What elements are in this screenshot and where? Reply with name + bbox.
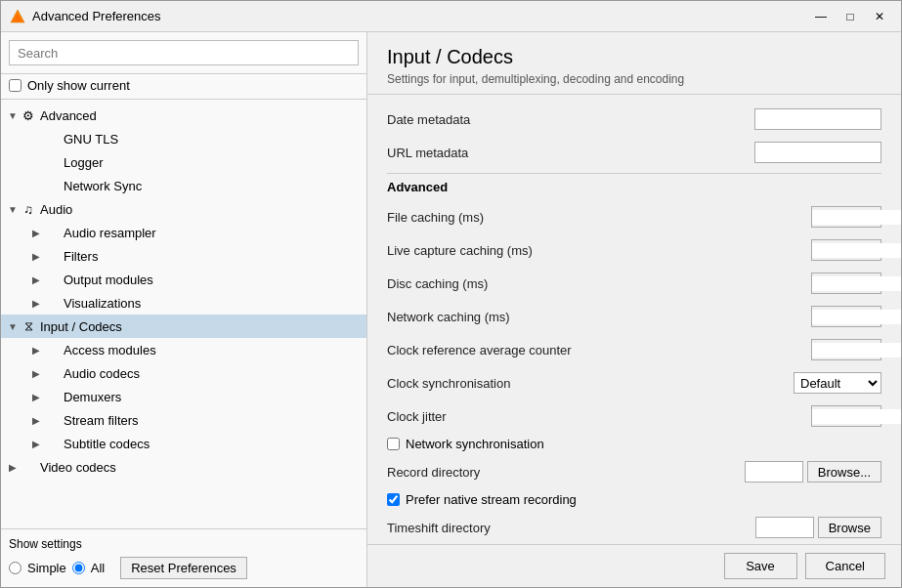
advanced-group-title: Advanced <box>387 180 881 194</box>
filters-icon <box>44 248 60 264</box>
gnu-tls-label: GNU TLS <box>64 132 118 147</box>
radio-group: Simple All <box>9 561 105 575</box>
disc-caching-row: Disc caching (ms) 300 ▲ ▼ <box>387 271 881 296</box>
app-icon <box>9 8 26 25</box>
sidebar-item-audio[interactable]: ♫ Audio <box>1 197 366 221</box>
simple-label: Simple <box>27 561 66 575</box>
subtitle-codecs-icon <box>44 436 60 451</box>
record-dir-browse-button[interactable]: Browse... <box>807 461 881 483</box>
visualizations-icon <box>44 295 60 311</box>
sidebar-item-advanced[interactable]: ⚙ Advanced <box>1 104 366 127</box>
minimize-button[interactable]: — <box>807 6 835 27</box>
search-input[interactable] <box>9 40 359 65</box>
date-metadata-row: Date metadata <box>387 106 881 132</box>
network-caching-input[interactable]: 1500 <box>812 310 901 324</box>
content-header: Input / Codecs Settings for input, demul… <box>367 32 901 95</box>
only-show-current-label: Only show current <box>27 78 130 93</box>
clock-jitter-row: Clock jitter 5000 ▲ ▼ <box>387 403 881 429</box>
sidebar-item-audio-resampler[interactable]: Audio resampler <box>1 221 366 244</box>
gnu-tls-icon <box>44 131 60 147</box>
clock-ref-label: Clock reference average counter <box>387 343 811 357</box>
expand-arrow-advanced <box>5 107 21 123</box>
date-metadata-input[interactable] <box>754 108 881 130</box>
clock-jitter-input[interactable]: 5000 <box>812 409 901 424</box>
disc-caching-input[interactable]: 300 <box>812 276 901 291</box>
settings-area: Date metadata URL metadata Advanced F <box>367 95 901 544</box>
stream-filters-label: Stream filters <box>64 413 139 428</box>
clock-sync-row: Clock synchronisation Default None Custo… <box>387 370 881 396</box>
demuxers-icon <box>44 389 60 404</box>
timeshift-dir-browse-button[interactable]: Browse <box>818 517 881 538</box>
sidebar-item-stream-filters[interactable]: Stream filters <box>1 408 366 432</box>
logger-label: Logger <box>64 155 103 170</box>
url-metadata-label: URL metadata <box>387 146 754 160</box>
sidebar-item-filters[interactable]: Filters <box>1 244 366 268</box>
main-content: Only show current ⚙ Advanced GNU TLS <box>1 32 901 587</box>
network-sync-checkbox[interactable] <box>387 438 400 450</box>
url-metadata-input[interactable] <box>754 142 881 163</box>
stream-filters-icon <box>44 412 60 428</box>
sidebar-item-output-modules[interactable]: Output modules <box>1 268 366 291</box>
audio-label: Audio <box>40 202 72 217</box>
sidebar-item-access-modules[interactable]: Access modules <box>1 338 366 361</box>
sidebar-item-subtitle-codecs[interactable]: Subtitle codecs <box>1 432 366 455</box>
sidebar-item-demuxers[interactable]: Demuxers <box>1 385 366 408</box>
network-sync-row: Network synchronisation <box>387 437 881 451</box>
timeshift-dir-control: Browse <box>755 517 881 538</box>
clock-sync-dropdown[interactable]: Default None Custom <box>794 372 881 394</box>
url-metadata-row: URL metadata <box>387 140 881 165</box>
live-caching-input[interactable]: 300 <box>812 243 901 258</box>
network-caching-label: Network caching (ms) <box>387 310 811 324</box>
output-modules-label: Output modules <box>64 273 153 287</box>
file-caching-input[interactable]: 1000 <box>812 210 901 225</box>
sidebar-item-audio-codecs[interactable]: Audio codecs <box>1 361 366 385</box>
clock-jitter-spinbox: 5000 ▲ ▼ <box>811 405 881 427</box>
expand-arrow-demux <box>28 389 44 404</box>
sidebar: Only show current ⚙ Advanced GNU TLS <box>1 32 367 587</box>
window-title: Advanced Preferences <box>32 9 807 23</box>
sidebar-item-logger[interactable]: Logger <box>1 150 366 174</box>
close-button[interactable]: ✕ <box>866 6 893 27</box>
expand-arrow-resampler <box>28 225 44 240</box>
prefer-native-label: Prefer native stream recording <box>406 492 577 507</box>
reset-preferences-button[interactable]: Reset Preferences <box>120 557 247 579</box>
clock-ref-input[interactable]: 40 <box>812 343 901 357</box>
sidebar-item-network-sync[interactable]: Network Sync <box>1 174 366 197</box>
sidebar-item-visualizations[interactable]: Visualizations <box>1 291 366 315</box>
live-caching-spinbox: 300 ▲ ▼ <box>811 239 881 261</box>
subtitle-codecs-label: Subtitle codecs <box>64 437 150 451</box>
input-codecs-label: Input / Codecs <box>40 319 122 334</box>
video-codecs-label: Video codecs <box>40 460 116 475</box>
audio-icon: ♫ <box>21 201 36 217</box>
cancel-button[interactable]: Cancel <box>805 553 885 579</box>
record-dir-input[interactable] <box>745 461 803 483</box>
clock-ref-spinbox: 40 ▲ ▼ <box>811 339 881 360</box>
expand-arrow-output <box>28 272 44 287</box>
logger-icon <box>44 154 60 170</box>
content-area: Input / Codecs Settings for input, demul… <box>367 32 901 587</box>
prefer-native-checkbox[interactable] <box>387 493 400 506</box>
sidebar-item-video-codecs[interactable]: Video codecs <box>1 455 366 479</box>
simple-radio[interactable] <box>9 562 21 574</box>
save-button[interactable]: Save <box>724 553 797 579</box>
clock-jitter-label: Clock jitter <box>387 409 811 424</box>
disc-caching-spinbox: 300 ▲ ▼ <box>811 273 881 294</box>
live-caching-label: Live capture caching (ms) <box>387 243 811 258</box>
video-codecs-icon <box>21 459 36 475</box>
audio-resampler-label: Audio resampler <box>64 226 156 240</box>
disc-caching-label: Disc caching (ms) <box>387 276 811 291</box>
date-metadata-control <box>754 108 881 130</box>
url-metadata-control <box>754 142 881 163</box>
timeshift-dir-input[interactable] <box>755 517 814 538</box>
file-caching-spinbox: 1000 ▲ ▼ <box>811 206 881 228</box>
tree-area: ⚙ Advanced GNU TLS Logger Network Sync <box>1 100 366 528</box>
all-radio[interactable] <box>72 562 85 574</box>
audio-codecs-icon <box>44 365 60 381</box>
network-sync-label: Network synchronisation <box>406 437 544 451</box>
prefer-native-row: Prefer native stream recording <box>387 492 881 507</box>
only-show-current-checkbox[interactable] <box>9 79 21 92</box>
maximize-button[interactable]: □ <box>837 6 864 27</box>
sidebar-item-input-codecs[interactable]: ⧖ Input / Codecs <box>1 315 366 338</box>
sidebar-item-gnu-tls[interactable]: GNU TLS <box>1 127 366 150</box>
expand-arrow-video <box>5 459 21 475</box>
